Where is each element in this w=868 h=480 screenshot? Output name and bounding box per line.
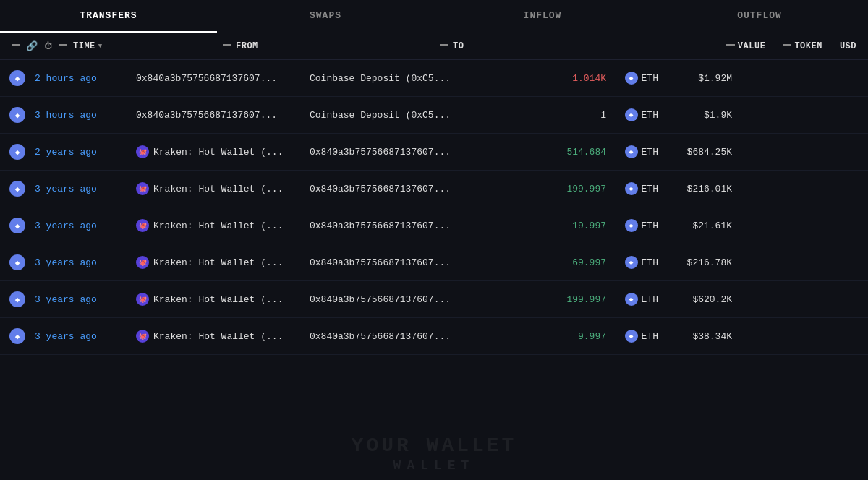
table-row[interactable]: ◆ 3 years ago 🐙Kraken: Hot Wallet (... 0… — [0, 318, 868, 355]
from-address[interactable]: 🐙Kraken: Hot Wallet (... — [136, 293, 310, 306]
chain-icon: ◆ — [0, 181, 35, 197]
from-address[interactable]: 🐙Kraken: Hot Wallet (... — [136, 145, 310, 158]
token-name: ◆ ETH — [606, 72, 664, 85]
filter-icon-from — [223, 43, 231, 50]
eth-token-icon: ◆ — [625, 182, 638, 195]
eth-chain-icon: ◆ — [9, 328, 25, 344]
value-amount: 514.684 — [519, 147, 606, 158]
to-filter-label[interactable]: TO — [453, 41, 464, 51]
table-row[interactable]: ◆ 3 years ago 🐙Kraken: Hot Wallet (... 0… — [0, 281, 868, 318]
from-address[interactable]: 🐙Kraken: Hot Wallet (... — [136, 256, 310, 269]
chain-icon: ◆ — [0, 328, 35, 344]
kraken-icon: 🐙 — [136, 256, 149, 269]
tab-transfers-label: TRANSFERS — [80, 10, 137, 21]
usd-filter[interactable]: USD — [840, 41, 856, 51]
to-address[interactable]: 0x840a3b75756687137607... — [310, 257, 519, 268]
token-filter-label: TOKEN — [794, 41, 822, 51]
tab-swaps-label: SWAPS — [310, 10, 341, 21]
filter-icon-value — [726, 43, 735, 50]
chain-icon: ◆ — [0, 218, 35, 233]
token-name: ◆ ETH — [606, 182, 664, 195]
to-address[interactable]: 0x840a3b75756687137607... — [310, 220, 519, 231]
chain-icon: ◆ — [0, 107, 35, 123]
from-address[interactable]: 🐙Kraken: Hot Wallet (... — [136, 219, 310, 232]
to-address[interactable]: 0x840a3b75756687137607... — [310, 294, 519, 305]
eth-chain-icon: ◆ — [9, 218, 25, 233]
filter-icon-2 — [59, 43, 67, 50]
filter-icon-token — [783, 43, 791, 50]
from-address[interactable]: 0x840a3b75756687137607... — [136, 73, 310, 84]
eth-chain-icon: ◆ — [9, 144, 25, 160]
usd-value: $620.2K — [664, 294, 744, 305]
to-address[interactable]: 0x840a3b75756687137607... — [310, 147, 519, 158]
token-name: ◆ ETH — [606, 219, 664, 232]
kraken-icon: 🐙 — [136, 182, 149, 195]
value-filter[interactable]: VALUE — [726, 41, 766, 51]
table-row[interactable]: ◆ 2 hours ago 0x840a3b75756687137607... … — [0, 60, 868, 97]
eth-chain-icon: ◆ — [9, 70, 25, 86]
usd-value: $1.9K — [664, 110, 744, 121]
from-address[interactable]: 🐙Kraken: Hot Wallet (... — [136, 330, 310, 343]
eth-chain-icon: ◆ — [9, 291, 25, 307]
to-address[interactable]: 0x840a3b75756687137607... — [310, 184, 519, 194]
tab-inflow[interactable]: INFLOW — [434, 0, 651, 33]
table-row[interactable]: ◆ 3 hours ago 0x840a3b75756687137607... … — [0, 97, 868, 134]
time-value: 2 hours ago — [35, 73, 136, 84]
to-address[interactable]: 0x840a3b75756687137607... — [310, 331, 519, 342]
table-row[interactable]: ◆ 3 years ago 🐙Kraken: Hot Wallet (... 0… — [0, 171, 868, 207]
wallet-label: Wallet — [393, 458, 475, 473]
token-name: ◆ ETH — [606, 145, 664, 158]
eth-token-icon: ◆ — [625, 256, 638, 269]
eth-token-icon: ◆ — [625, 145, 638, 158]
filter-bar: 🔗 ⏱ TIME ▼ FROM TO VALUE TOKEN — [0, 33, 868, 60]
usd-value: $216.01K — [664, 184, 744, 194]
time-filter[interactable]: TIME ▼ — [73, 41, 103, 51]
from-address[interactable]: 0x840a3b75756687137607... — [136, 110, 310, 121]
value-amount: 69.997 — [519, 257, 606, 268]
usd-value: $38.34K — [664, 331, 744, 342]
time-value: 3 years ago — [35, 294, 136, 305]
table-row[interactable]: ◆ 2 years ago 🐙Kraken: Hot Wallet (... 0… — [0, 134, 868, 171]
time-value: 3 years ago — [35, 257, 136, 268]
from-filter-label[interactable]: FROM — [236, 41, 258, 51]
token-filter[interactable]: TOKEN — [783, 41, 822, 51]
clock-icon: ⏱ — [44, 41, 54, 52]
usd-filter-label: USD — [840, 41, 856, 51]
token-name: ◆ ETH — [606, 293, 664, 306]
time-value: 2 years ago — [35, 147, 136, 158]
tab-transfers[interactable]: TRANSFERS — [0, 0, 217, 33]
time-value: 3 hours ago — [35, 110, 136, 121]
tab-outflow[interactable]: OUTFLOW — [651, 0, 868, 33]
eth-chain-icon: ◆ — [9, 107, 25, 123]
from-address[interactable]: 🐙Kraken: Hot Wallet (... — [136, 182, 310, 195]
kraken-icon: 🐙 — [136, 145, 149, 158]
time-value: 3 years ago — [35, 220, 136, 231]
time-value: 3 years ago — [35, 184, 136, 194]
table-row[interactable]: ◆ 3 years ago 🐙Kraken: Hot Wallet (... 0… — [0, 244, 868, 281]
usd-value: $1.92M — [664, 73, 744, 84]
token-name: ◆ ETH — [606, 256, 664, 269]
token-name: ◆ ETH — [606, 330, 664, 343]
to-address[interactable]: Coinbase Deposit (0xC5... — [310, 110, 519, 121]
filter-icon-to — [440, 43, 448, 50]
value-amount: 19.997 — [519, 220, 606, 231]
tab-swaps[interactable]: SWAPS — [217, 0, 434, 33]
time-filter-label: TIME — [73, 41, 95, 51]
chain-icon: ◆ — [0, 144, 35, 160]
tab-outflow-label: OUTFLOW — [737, 10, 782, 21]
time-value: 3 years ago — [35, 331, 136, 342]
value-amount: 199.997 — [519, 294, 606, 305]
chain-icon: ◆ — [0, 291, 35, 307]
kraken-icon: 🐙 — [136, 330, 149, 343]
usd-value: $684.25K — [664, 147, 744, 158]
link-icon: 🔗 — [26, 40, 38, 52]
eth-chain-icon: ◆ — [9, 181, 25, 197]
tab-bar: TRANSFERS SWAPS INFLOW OUTFLOW — [0, 0, 868, 33]
to-address[interactable]: Coinbase Deposit (0xC5... — [310, 73, 519, 84]
eth-chain-icon: ◆ — [9, 254, 25, 270]
table-row[interactable]: ◆ 3 years ago 🐙Kraken: Hot Wallet (... 0… — [0, 207, 868, 244]
eth-token-icon: ◆ — [625, 293, 638, 306]
value-amount: 9.997 — [519, 331, 606, 342]
token-name: ◆ ETH — [606, 108, 664, 121]
eth-token-icon: ◆ — [625, 219, 638, 232]
